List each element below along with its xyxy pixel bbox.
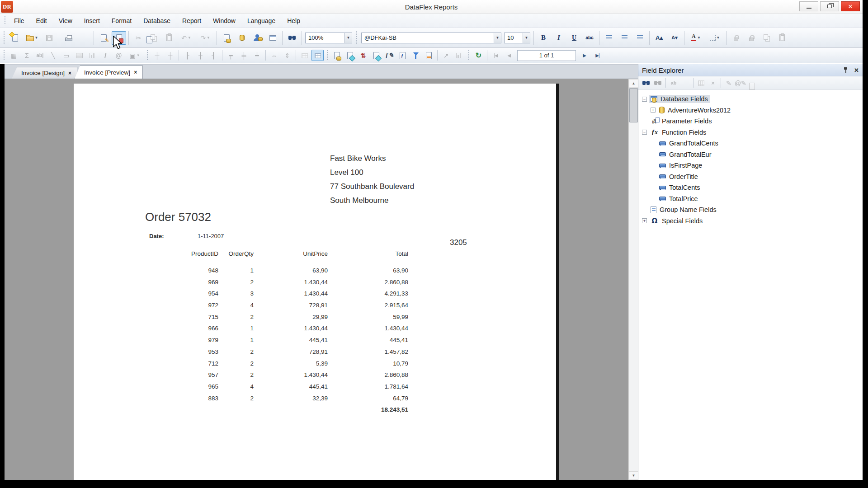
print-preview-button[interactable]	[77, 31, 91, 45]
align-tops-button[interactable]: ┯	[225, 50, 237, 61]
strikethrough-button[interactable]: abc	[582, 31, 597, 45]
close-button[interactable]: ✕	[841, 1, 860, 11]
borders-button[interactable]: ▼	[706, 31, 724, 45]
tree-item-grandtotalcents[interactable]: GrandTotalCents	[639, 138, 862, 149]
font-size-select[interactable]: 10▼	[504, 33, 530, 43]
toolbar-grip[interactable]	[146, 50, 149, 61]
insert-summary-button[interactable]: Σ	[21, 50, 33, 61]
grow-font-button[interactable]: A▴	[652, 31, 666, 45]
save-button[interactable]	[42, 31, 57, 45]
fe-find-next-button[interactable]	[652, 78, 664, 89]
tab-invoice-design[interactable]: Invoice [Design]×	[12, 67, 77, 79]
lock-position-button[interactable]	[729, 31, 743, 45]
align-left-button[interactable]	[602, 31, 616, 45]
insert-text-button[interactable]: ab|	[34, 50, 46, 61]
insert-line-button[interactable]: ╲	[47, 50, 59, 61]
toolbar-grip[interactable]	[355, 31, 358, 44]
redo-button[interactable]: ↷▼	[196, 31, 214, 45]
tree-item-adventureworks2012[interactable]: +AdventureWorks2012	[639, 105, 862, 116]
new-report-button[interactable]	[8, 31, 22, 45]
align-right-button[interactable]	[632, 31, 647, 45]
bold-button[interactable]: B	[536, 31, 551, 45]
record-sort-expert-button[interactable]: ⇅	[357, 50, 369, 61]
menu-format[interactable]: Format	[106, 15, 137, 26]
export-button[interactable]: ↗	[440, 50, 452, 61]
tree-item-ordertitle[interactable]: OrderTitle	[639, 171, 862, 183]
tree-item-parameter-fields[interactable]: @Parameter Fields	[639, 116, 862, 127]
toolbar-grip[interactable]	[3, 50, 5, 61]
snap-guides-button[interactable]: ┼	[164, 50, 176, 61]
database-expert-button[interactable]	[331, 50, 343, 61]
format-paste-button[interactable]	[775, 31, 789, 45]
scroll-down-button[interactable]: ▼	[629, 471, 638, 480]
underline-button[interactable]: U	[567, 31, 581, 45]
fe-rename-field-button[interactable]: @✎	[735, 78, 746, 89]
filter-button[interactable]	[410, 50, 422, 61]
menu-help[interactable]: Help	[281, 15, 306, 26]
insert-picture-button[interactable]	[73, 50, 85, 61]
insert-box-button[interactable]: ▭	[60, 50, 72, 61]
refresh-button[interactable]: ↻	[472, 50, 485, 61]
scroll-up-button[interactable]: ▲	[629, 79, 638, 88]
toolbar-grip[interactable]	[3, 31, 5, 44]
tab-close-icon[interactable]: ×	[134, 69, 137, 75]
snap-frame-button[interactable]: ┼	[151, 50, 163, 61]
toolbar-grip[interactable]	[467, 50, 470, 61]
undo-button[interactable]: ↶▼	[177, 31, 195, 45]
menu-edit[interactable]: Edit	[30, 15, 53, 26]
tree-item-database-fields[interactable]: −Database Fields	[639, 94, 862, 105]
restore-button[interactable]	[820, 1, 839, 11]
prev-page-button[interactable]: ◀	[503, 50, 515, 61]
tab-close-icon[interactable]: ×	[68, 70, 71, 76]
scrollbar-thumb[interactable]	[629, 88, 638, 122]
group-expert-button[interactable]	[370, 50, 382, 61]
report-data-button[interactable]	[235, 31, 249, 45]
collapse-icon[interactable]: −	[642, 130, 647, 135]
formula-workshop-button[interactable]: ƒ✎	[383, 50, 396, 61]
format-painter-button[interactable]	[760, 31, 774, 45]
shrink-font-button[interactable]: A▾	[667, 31, 682, 45]
font-name-select[interactable]: @DFKai-SB▼	[361, 33, 501, 43]
copy-button[interactable]	[146, 31, 161, 45]
tab-invoice-preview[interactable]: Invoice [Preview]×	[75, 66, 143, 79]
menu-language[interactable]: Language	[241, 15, 281, 26]
align-centers-button[interactable]: ╂	[194, 50, 207, 61]
zoom-select[interactable]: 100%▼	[305, 33, 352, 43]
highlighting-expert-button[interactable]	[423, 50, 435, 61]
fe-rename-button[interactable]: ab	[668, 78, 679, 89]
snap-to-grid-button[interactable]	[311, 50, 324, 61]
menu-file[interactable]: File	[8, 15, 30, 26]
tree-item-isfirstpage[interactable]: IsFirstPage	[639, 160, 862, 171]
insert-chart-button[interactable]	[86, 50, 99, 61]
fe-find-button[interactable]	[640, 78, 652, 89]
report-expert-button[interactable]	[344, 50, 356, 61]
same-height-button[interactable]: ⇕	[281, 50, 293, 61]
insert-database-field-button[interactable]: ▦	[8, 50, 20, 61]
panel-close-icon[interactable]: ✕	[854, 67, 859, 74]
expand-icon[interactable]: +	[642, 218, 647, 223]
find-button[interactable]	[285, 31, 299, 45]
collapse-icon[interactable]: −	[642, 97, 647, 102]
fe-edit-button[interactable]: ✎	[723, 78, 735, 89]
lock-size-button[interactable]	[744, 31, 759, 45]
data-source-button[interactable]	[250, 31, 264, 45]
font-color-button[interactable]: ▼	[687, 31, 705, 45]
tree-item-special-fields[interactable]: +ΩSpecial Fields	[639, 216, 862, 227]
page-indicator[interactable]: 1 of 1	[517, 50, 576, 61]
align-center-button[interactable]	[617, 31, 632, 45]
insert-function-field-button[interactable]: ƒ	[99, 50, 112, 61]
tree-item-totalprice[interactable]: TotalPrice	[639, 193, 862, 205]
menu-report[interactable]: Report	[176, 15, 207, 26]
next-page-button[interactable]: ▶	[578, 50, 590, 61]
align-lefts-button[interactable]: ┠	[181, 50, 193, 61]
tree-item-totalcents[interactable]: TotalCents	[639, 182, 862, 193]
align-bottoms-button[interactable]: ┷	[251, 50, 263, 61]
fe-delete-button[interactable]: ×	[707, 78, 719, 89]
fe-insert-to-report-button[interactable]	[695, 78, 707, 89]
italic-button[interactable]: I	[552, 31, 566, 45]
menu-database[interactable]: Database	[137, 15, 176, 26]
report-window-button[interactable]	[265, 31, 280, 45]
menu-insert[interactable]: Insert	[78, 15, 106, 26]
tree-item-grandtotaleur[interactable]: GrandTotalEur	[639, 149, 862, 160]
chevron-down-icon[interactable]: ▼	[523, 33, 530, 43]
